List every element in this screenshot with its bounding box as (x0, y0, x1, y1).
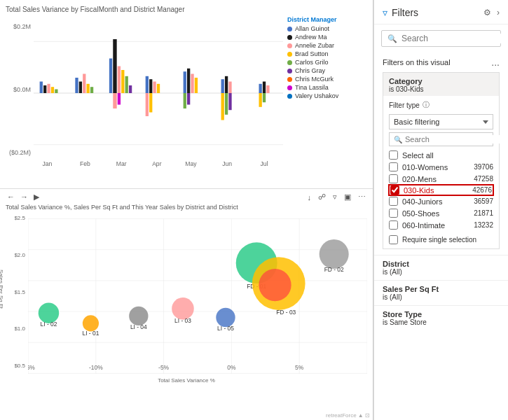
focus-icon[interactable]: ▶ (32, 192, 41, 202)
svg-rect-18 (129, 85, 132, 93)
checkbox-womens[interactable] (389, 162, 398, 172)
legend-dot-2 (287, 43, 292, 48)
svg-point-78 (216, 308, 235, 327)
svg-rect-37 (225, 93, 228, 115)
filter-panel-header: ▿ Filters ⚙ › (374, 0, 508, 24)
svg-rect-30 (195, 78, 198, 93)
select-all-checkbox[interactable] (389, 150, 398, 160)
svg-rect-14 (113, 39, 116, 93)
legend-dot-5 (287, 69, 292, 74)
pin-icon[interactable]: ☍ (317, 192, 327, 202)
sales-sqft-filter: Sales Per Sq Ft is (All) (374, 280, 508, 305)
checkbox-juniors[interactable] (389, 197, 398, 206)
require-single-row[interactable]: Require single selection (389, 235, 493, 244)
svg-text:May: May (185, 160, 197, 167)
category-item-4[interactable]: 050-Shoes 21871 (389, 207, 493, 219)
legend-label-0: Allan Guinot (295, 25, 329, 32)
drill-down-icon[interactable]: ↓ (306, 192, 313, 202)
legend-dot-8 (287, 94, 292, 99)
svg-rect-35 (228, 82, 231, 94)
count-kids: 42676 (472, 186, 492, 194)
count-juniors: 36597 (474, 197, 493, 205)
category-item-5[interactable]: 060-Intimate 13232 (389, 219, 493, 231)
svg-rect-19 (113, 93, 116, 108)
filter-icon[interactable]: ▿ (331, 192, 338, 202)
scatter-svg: FD - 01 FD - 02 FD - 03 LI - 02 LI - 01 (28, 212, 367, 380)
svg-rect-26 (149, 93, 152, 113)
category-filter-card: Category is 030-Kids Filter type ⓘ Basic… (383, 72, 500, 249)
svg-rect-13 (109, 59, 112, 94)
forward-icon[interactable]: → (19, 192, 29, 202)
scatter-y4: $2.0 (6, 252, 25, 258)
svg-rect-16 (121, 70, 124, 93)
svg-rect-40 (263, 82, 266, 94)
svg-text:Jan: Jan (42, 160, 52, 167)
legend-dot-7 (287, 85, 292, 90)
category-item-0[interactable]: 010-Womens 39706 (389, 161, 493, 173)
category-item-3[interactable]: 040-Juniors 36597 (389, 195, 493, 207)
svg-rect-8 (75, 78, 78, 93)
filter-type-row: Filter type ⓘ (389, 100, 493, 110)
category-item-1[interactable]: 020-Mens 47258 (389, 173, 493, 185)
svg-rect-34 (225, 76, 228, 93)
svg-text:Jul: Jul (261, 160, 268, 167)
require-single-checkbox[interactable] (389, 235, 398, 244)
legend-item-4: Carlos Grilo (287, 59, 367, 66)
expand-icon[interactable]: ▣ (343, 192, 352, 202)
label-kids: 030-Kids (404, 186, 468, 195)
svg-text:-15%: -15% (28, 364, 35, 371)
svg-rect-20 (118, 93, 121, 105)
category-item-2[interactable]: 030-Kids 42676 (389, 185, 493, 195)
count-mens: 47258 (474, 175, 493, 183)
svg-text:LI - 01: LI - 01 (83, 330, 99, 337)
svg-point-74 (129, 307, 148, 326)
panel-search-input[interactable] (401, 34, 507, 43)
y-label-top: $0.2M (6, 23, 31, 30)
y-label-mid: $0.0M (6, 86, 31, 93)
bottom-chart: ← → ▶ ↓ ☍ ▿ ▣ ⋯ Total Sales Variance %, … (0, 189, 373, 420)
top-chart: Total Sales Variance by FiscalMonth and … (0, 0, 373, 189)
svg-rect-38 (228, 93, 231, 110)
svg-rect-21 (146, 76, 149, 93)
filter-search-input[interactable] (405, 135, 502, 144)
legend-dot-6 (287, 77, 292, 82)
count-shoes: 21871 (474, 209, 493, 217)
svg-text:FD - 02: FD - 02 (324, 266, 344, 273)
category-filter-header: Category is 030-Kids (383, 73, 499, 96)
legend-label-5: Chris Gray (295, 67, 325, 74)
svg-rect-10 (83, 74, 85, 94)
svg-rect-9 (79, 82, 82, 94)
filter-search-box[interactable]: 🔍 (389, 132, 493, 146)
bottom-toolbar: ← → ▶ ↓ ☍ ▿ ▣ ⋯ (6, 192, 367, 202)
checkbox-mens[interactable] (389, 174, 398, 183)
filter-type-select[interactable]: Basic filtering Advanced filtering (389, 114, 493, 130)
svg-rect-43 (263, 93, 266, 102)
back-icon[interactable]: ← (6, 192, 16, 202)
legend-title: District Manager (287, 16, 367, 23)
legend-item-3: Brad Sutton (287, 50, 367, 57)
legend-dot-0 (287, 27, 292, 31)
svg-rect-25 (146, 93, 149, 116)
select-all-item[interactable]: Select all (389, 149, 493, 161)
checkbox-shoes[interactable] (389, 209, 398, 218)
panel-search-box[interactable]: 🔍 (381, 30, 501, 47)
store-type-value: is Same Store (383, 318, 500, 326)
district-filter: District is (All) (374, 255, 508, 280)
more-icon[interactable]: ⋯ (357, 192, 367, 202)
svg-text:FD - 03: FD - 03 (276, 309, 296, 316)
svg-rect-23 (153, 82, 156, 94)
filter-close-icon[interactable]: › (497, 8, 500, 18)
checkbox-kids[interactable] (390, 186, 399, 195)
svg-rect-24 (157, 84, 160, 93)
svg-rect-29 (191, 74, 193, 94)
svg-rect-7 (55, 90, 57, 94)
svg-rect-27 (184, 71, 186, 93)
checkbox-intimate[interactable] (389, 220, 398, 230)
filter-settings-icon[interactable]: ⚙ (483, 8, 491, 18)
panel-search-icon: 🔍 (387, 34, 397, 43)
svg-rect-4 (43, 85, 46, 93)
y-axis: $0.2M $0.0M ($0.2M) (6, 16, 34, 170)
district-name: District (383, 260, 500, 268)
svg-rect-31 (184, 93, 186, 108)
more-options-icon[interactable]: ... (491, 57, 500, 68)
